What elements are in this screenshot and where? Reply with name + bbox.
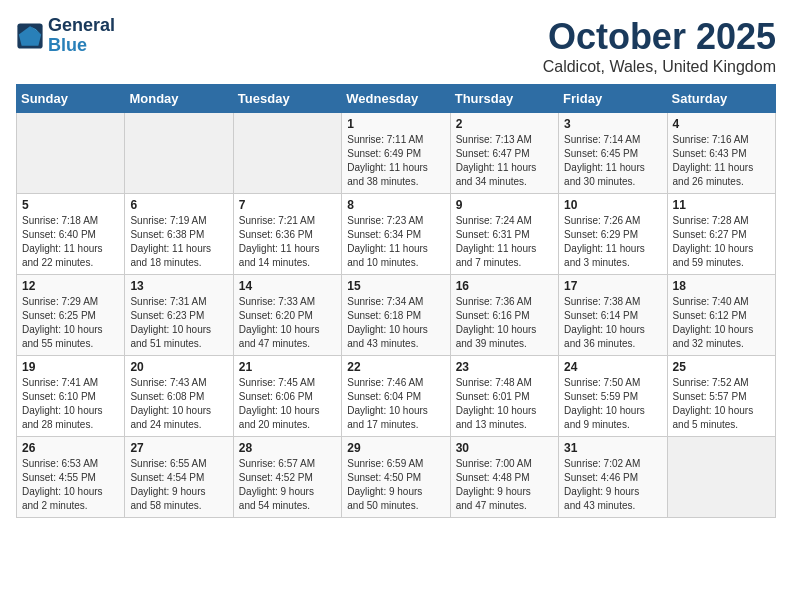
day-number: 13 (130, 279, 227, 293)
weekday-header: Sunday (17, 85, 125, 113)
day-number: 22 (347, 360, 444, 374)
day-number: 2 (456, 117, 553, 131)
day-number: 29 (347, 441, 444, 455)
weekday-header: Monday (125, 85, 233, 113)
day-number: 12 (22, 279, 119, 293)
day-number: 30 (456, 441, 553, 455)
day-info: Sunrise: 6:55 AM Sunset: 4:54 PM Dayligh… (130, 457, 227, 513)
day-number: 28 (239, 441, 336, 455)
calendar-week-row: 1Sunrise: 7:11 AM Sunset: 6:49 PM Daylig… (17, 113, 776, 194)
calendar-cell (125, 113, 233, 194)
calendar-week-row: 12Sunrise: 7:29 AM Sunset: 6:25 PM Dayli… (17, 275, 776, 356)
day-info: Sunrise: 7:40 AM Sunset: 6:12 PM Dayligh… (673, 295, 770, 351)
day-info: Sunrise: 7:23 AM Sunset: 6:34 PM Dayligh… (347, 214, 444, 270)
calendar-week-row: 26Sunrise: 6:53 AM Sunset: 4:55 PM Dayli… (17, 437, 776, 518)
calendar-cell: 10Sunrise: 7:26 AM Sunset: 6:29 PM Dayli… (559, 194, 667, 275)
day-number: 21 (239, 360, 336, 374)
day-info: Sunrise: 7:24 AM Sunset: 6:31 PM Dayligh… (456, 214, 553, 270)
day-info: Sunrise: 7:02 AM Sunset: 4:46 PM Dayligh… (564, 457, 661, 513)
day-number: 19 (22, 360, 119, 374)
day-info: Sunrise: 7:18 AM Sunset: 6:40 PM Dayligh… (22, 214, 119, 270)
day-number: 31 (564, 441, 661, 455)
calendar-cell: 31Sunrise: 7:02 AM Sunset: 4:46 PM Dayli… (559, 437, 667, 518)
day-number: 9 (456, 198, 553, 212)
day-number: 14 (239, 279, 336, 293)
calendar-cell: 11Sunrise: 7:28 AM Sunset: 6:27 PM Dayli… (667, 194, 775, 275)
calendar-cell: 20Sunrise: 7:43 AM Sunset: 6:08 PM Dayli… (125, 356, 233, 437)
calendar-table: SundayMondayTuesdayWednesdayThursdayFrid… (16, 84, 776, 518)
day-info: Sunrise: 7:28 AM Sunset: 6:27 PM Dayligh… (673, 214, 770, 270)
calendar-cell: 18Sunrise: 7:40 AM Sunset: 6:12 PM Dayli… (667, 275, 775, 356)
calendar-cell: 16Sunrise: 7:36 AM Sunset: 6:16 PM Dayli… (450, 275, 558, 356)
calendar-cell: 4Sunrise: 7:16 AM Sunset: 6:43 PM Daylig… (667, 113, 775, 194)
calendar-cell: 21Sunrise: 7:45 AM Sunset: 6:06 PM Dayli… (233, 356, 341, 437)
calendar-cell: 29Sunrise: 6:59 AM Sunset: 4:50 PM Dayli… (342, 437, 450, 518)
calendar-cell: 2Sunrise: 7:13 AM Sunset: 6:47 PM Daylig… (450, 113, 558, 194)
day-number: 26 (22, 441, 119, 455)
calendar-cell: 8Sunrise: 7:23 AM Sunset: 6:34 PM Daylig… (342, 194, 450, 275)
calendar-cell: 17Sunrise: 7:38 AM Sunset: 6:14 PM Dayli… (559, 275, 667, 356)
day-number: 16 (456, 279, 553, 293)
weekday-header: Wednesday (342, 85, 450, 113)
calendar-cell: 15Sunrise: 7:34 AM Sunset: 6:18 PM Dayli… (342, 275, 450, 356)
calendar-cell: 27Sunrise: 6:55 AM Sunset: 4:54 PM Dayli… (125, 437, 233, 518)
calendar-week-row: 19Sunrise: 7:41 AM Sunset: 6:10 PM Dayli… (17, 356, 776, 437)
day-number: 1 (347, 117, 444, 131)
logo-text: General Blue (48, 16, 115, 56)
calendar-cell: 1Sunrise: 7:11 AM Sunset: 6:49 PM Daylig… (342, 113, 450, 194)
calendar-cell: 13Sunrise: 7:31 AM Sunset: 6:23 PM Dayli… (125, 275, 233, 356)
day-number: 24 (564, 360, 661, 374)
day-number: 7 (239, 198, 336, 212)
day-number: 27 (130, 441, 227, 455)
calendar-cell: 9Sunrise: 7:24 AM Sunset: 6:31 PM Daylig… (450, 194, 558, 275)
calendar-cell: 25Sunrise: 7:52 AM Sunset: 5:57 PM Dayli… (667, 356, 775, 437)
logo-icon (16, 22, 44, 50)
day-number: 15 (347, 279, 444, 293)
day-info: Sunrise: 7:14 AM Sunset: 6:45 PM Dayligh… (564, 133, 661, 189)
calendar-body: 1Sunrise: 7:11 AM Sunset: 6:49 PM Daylig… (17, 113, 776, 518)
day-info: Sunrise: 7:16 AM Sunset: 6:43 PM Dayligh… (673, 133, 770, 189)
day-info: Sunrise: 7:36 AM Sunset: 6:16 PM Dayligh… (456, 295, 553, 351)
day-number: 10 (564, 198, 661, 212)
location: Caldicot, Wales, United Kingdom (543, 58, 776, 76)
calendar-cell: 22Sunrise: 7:46 AM Sunset: 6:04 PM Dayli… (342, 356, 450, 437)
day-number: 20 (130, 360, 227, 374)
day-info: Sunrise: 7:45 AM Sunset: 6:06 PM Dayligh… (239, 376, 336, 432)
calendar-header: SundayMondayTuesdayWednesdayThursdayFrid… (17, 85, 776, 113)
calendar-week-row: 5Sunrise: 7:18 AM Sunset: 6:40 PM Daylig… (17, 194, 776, 275)
day-number: 8 (347, 198, 444, 212)
day-number: 23 (456, 360, 553, 374)
calendar-cell: 23Sunrise: 7:48 AM Sunset: 6:01 PM Dayli… (450, 356, 558, 437)
day-info: Sunrise: 7:46 AM Sunset: 6:04 PM Dayligh… (347, 376, 444, 432)
day-info: Sunrise: 7:19 AM Sunset: 6:38 PM Dayligh… (130, 214, 227, 270)
calendar-cell: 6Sunrise: 7:19 AM Sunset: 6:38 PM Daylig… (125, 194, 233, 275)
day-info: Sunrise: 7:31 AM Sunset: 6:23 PM Dayligh… (130, 295, 227, 351)
calendar-cell: 3Sunrise: 7:14 AM Sunset: 6:45 PM Daylig… (559, 113, 667, 194)
title-block: October 2025 Caldicot, Wales, United Kin… (543, 16, 776, 76)
calendar-cell (17, 113, 125, 194)
day-number: 25 (673, 360, 770, 374)
day-info: Sunrise: 7:41 AM Sunset: 6:10 PM Dayligh… (22, 376, 119, 432)
day-info: Sunrise: 7:52 AM Sunset: 5:57 PM Dayligh… (673, 376, 770, 432)
month-title: October 2025 (543, 16, 776, 58)
day-info: Sunrise: 7:33 AM Sunset: 6:20 PM Dayligh… (239, 295, 336, 351)
weekday-header: Tuesday (233, 85, 341, 113)
day-info: Sunrise: 7:48 AM Sunset: 6:01 PM Dayligh… (456, 376, 553, 432)
day-info: Sunrise: 7:34 AM Sunset: 6:18 PM Dayligh… (347, 295, 444, 351)
header-row: SundayMondayTuesdayWednesdayThursdayFrid… (17, 85, 776, 113)
day-number: 18 (673, 279, 770, 293)
day-info: Sunrise: 7:29 AM Sunset: 6:25 PM Dayligh… (22, 295, 119, 351)
day-info: Sunrise: 6:57 AM Sunset: 4:52 PM Dayligh… (239, 457, 336, 513)
day-number: 11 (673, 198, 770, 212)
calendar-cell (233, 113, 341, 194)
weekday-header: Thursday (450, 85, 558, 113)
day-info: Sunrise: 7:13 AM Sunset: 6:47 PM Dayligh… (456, 133, 553, 189)
day-info: Sunrise: 7:38 AM Sunset: 6:14 PM Dayligh… (564, 295, 661, 351)
day-number: 6 (130, 198, 227, 212)
calendar-cell: 24Sunrise: 7:50 AM Sunset: 5:59 PM Dayli… (559, 356, 667, 437)
logo: General Blue (16, 16, 115, 56)
day-info: Sunrise: 7:11 AM Sunset: 6:49 PM Dayligh… (347, 133, 444, 189)
calendar-cell: 28Sunrise: 6:57 AM Sunset: 4:52 PM Dayli… (233, 437, 341, 518)
day-info: Sunrise: 7:21 AM Sunset: 6:36 PM Dayligh… (239, 214, 336, 270)
calendar-cell (667, 437, 775, 518)
